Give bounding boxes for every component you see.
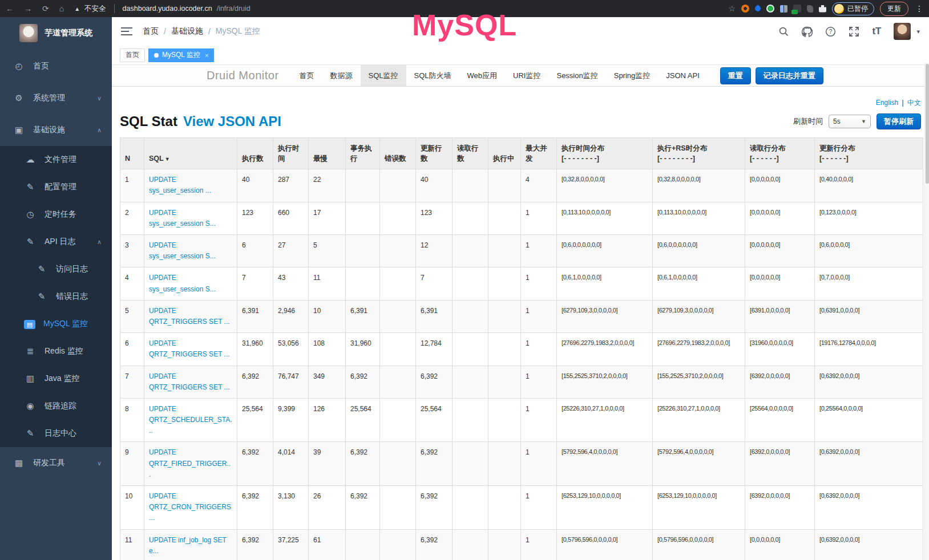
sidebar-item-mysql-monitor[interactable]: ▤MySQL 监控 xyxy=(0,310,112,338)
page-scrollbar[interactable] xyxy=(924,63,929,560)
sql-link[interactable]: UPDATE sys_user_session S... xyxy=(149,274,216,293)
col-header-error-count[interactable]: 错误数 xyxy=(380,138,416,169)
sidebar-item-api-log[interactable]: ✎API 日志∧ xyxy=(0,228,112,255)
col-header-slowest[interactable]: 最慢 xyxy=(309,138,346,169)
col-header-n[interactable]: N xyxy=(120,138,144,169)
sql-link[interactable]: UPDATE sys_user_session ... xyxy=(149,176,211,194)
bookmark-star-icon[interactable]: ☆ xyxy=(728,4,736,13)
sidebar-item-file-manage[interactable]: ☁文件管理 xyxy=(0,146,112,173)
col-header-exec-count[interactable]: 执行数 xyxy=(237,138,273,169)
sql-link[interactable]: UPDATE QRTZ_TRIGGERS SET ... xyxy=(149,372,230,391)
sidebar-item-infrastructure[interactable]: ▣基础设施∧ xyxy=(0,114,112,146)
col-header-read-rows[interactable]: 读取行数 xyxy=(453,138,488,169)
druid-tab-Spring监控[interactable]: Spring监控 xyxy=(606,65,659,86)
extension-icon[interactable] xyxy=(780,5,787,13)
col-header-tx-exec[interactable]: 事务执行 xyxy=(346,138,380,169)
druid-tab-URI监控[interactable]: URI监控 xyxy=(505,65,548,86)
font-size-icon[interactable]: tT xyxy=(872,26,881,37)
github-icon[interactable] xyxy=(801,26,813,37)
fullscreen-icon[interactable] xyxy=(849,26,859,37)
breadcrumb-item[interactable]: 基础设施 xyxy=(171,26,203,36)
address-bar[interactable]: ▲ 不安全 dashboard.yudao.iocoder.cn/infra/d… xyxy=(74,4,728,14)
lang-english-link[interactable]: English xyxy=(876,99,898,107)
tag-item[interactable]: 首页 xyxy=(120,48,145,62)
scrollbar-thumb[interactable] xyxy=(926,64,929,184)
col-header-exec-time[interactable]: 执行时间 xyxy=(273,138,309,169)
druid-tab-Web应用[interactable]: Web应用 xyxy=(459,65,506,86)
col-header-executing[interactable]: 执行中 xyxy=(488,138,521,169)
sidebar-item-log-center[interactable]: ✎日志中心 xyxy=(0,420,112,447)
sql-link[interactable]: UPDATE QRTZ_FIRED_TRIGGER... xyxy=(149,448,231,478)
sidebar-item-home[interactable]: ◴首页 xyxy=(0,50,112,82)
browser-reload-icon[interactable]: ⟳ xyxy=(42,4,49,13)
avatar-dropdown-caret-icon[interactable]: ▾ xyxy=(916,28,920,35)
col-header-exec-rs-time-dist[interactable]: 执行+RS时分布[- - - - - - - -] xyxy=(653,138,745,169)
breadcrumb-item[interactable]: 首页 xyxy=(143,26,159,36)
log-and-reset-button[interactable]: 记录日志并重置 xyxy=(756,67,823,84)
druid-tab-JSON API[interactable]: JSON API xyxy=(658,65,708,86)
tag-close-icon[interactable]: × xyxy=(205,52,208,59)
col-header-max-concurrent[interactable]: 最大并发 xyxy=(521,138,557,169)
col-header-read-rows-dist[interactable]: 读取行分布[- - - - - -] xyxy=(745,138,815,169)
sidebar-item-config-manage[interactable]: ✎配置管理 xyxy=(0,173,112,201)
sidebar-item-system-manage[interactable]: ⚙系统管理∨ xyxy=(0,82,112,114)
sql-link[interactable]: UPDATE QRTZ_CRON_TRIGGERS... xyxy=(149,492,231,522)
cell-update-rows: 25,564 xyxy=(416,398,453,442)
user-avatar[interactable] xyxy=(894,23,911,40)
browser-menu-icon[interactable]: ⋮ xyxy=(915,4,923,13)
app-logo-row[interactable]: 芋道管理系统 xyxy=(0,17,112,49)
sidebar-item-label: 定时任务 xyxy=(45,209,76,220)
cell-read-rows-dist: [6391,0,0,0,0,0] xyxy=(745,300,815,332)
browser-update-button[interactable]: 更新 xyxy=(880,2,908,16)
pause-refresh-button[interactable]: 暂停刷新 xyxy=(877,113,921,129)
sql-link[interactable]: UPDATE sys_user_session S... xyxy=(149,241,216,260)
col-header-update-rows-dist[interactable]: 更新行分布[- - - - - -] xyxy=(815,138,923,169)
browser-back-icon[interactable]: ← xyxy=(6,4,14,13)
extension-icon[interactable] xyxy=(741,5,749,13)
sidebar-item-trace[interactable]: ◉链路追踪 xyxy=(0,392,112,420)
cell-max-concurrent: 4 xyxy=(521,169,557,202)
sidebar-item-devtools[interactable]: ▦研发工具∨ xyxy=(0,447,112,479)
help-icon[interactable]: ? xyxy=(825,26,836,37)
browser-profile-chip[interactable]: 已暂停 xyxy=(832,2,874,15)
sql-link[interactable]: UPDATE sys_user_session S... xyxy=(149,209,216,228)
col-header-sql[interactable]: SQL▼ xyxy=(144,138,237,169)
cell-exec-rs-time-dist: [25226,310,27,1,0,0,0,0] xyxy=(653,398,745,442)
sidebar-item-java-monitor[interactable]: ▥Java 监控 xyxy=(0,365,112,392)
tag-active[interactable]: MySQL 监控× xyxy=(148,48,214,62)
druid-tab-Session监控[interactable]: Session监控 xyxy=(548,65,605,86)
druid-tab-SQL监控[interactable]: SQL监控 xyxy=(361,65,406,86)
browser-forward-icon[interactable]: → xyxy=(24,4,32,13)
sidebar-item-access-log[interactable]: ✎访问日志 xyxy=(0,255,112,283)
druid-tab-SQL防火墙[interactable]: SQL防火墙 xyxy=(406,65,459,86)
druid-tab-首页[interactable]: 首页 xyxy=(292,65,322,86)
lang-chinese-link[interactable]: 中文 xyxy=(907,99,921,107)
sql-link[interactable]: UPDATE QRTZ_TRIGGERS SET ... xyxy=(149,339,230,358)
cell-read-rows xyxy=(453,169,488,202)
search-icon[interactable] xyxy=(778,26,789,36)
cell-read-rows-dist: [0,0,0,0,0,0] xyxy=(745,169,815,202)
sql-link[interactable]: UPDATE QRTZ_TRIGGERS SET ... xyxy=(149,307,230,326)
refresh-interval-select[interactable]: 5s ▼ xyxy=(829,115,871,128)
sidebar-item-scheduled-task[interactable]: ◷定时任务 xyxy=(0,201,112,228)
chevron-up-icon: ∧ xyxy=(97,127,102,134)
sidebar-item-error-log[interactable]: ✎错误日志 xyxy=(0,283,112,310)
browser-home-icon[interactable]: ⌂ xyxy=(59,4,64,13)
sql-link[interactable]: UPDATE QRTZ_SCHEDULER_STA... xyxy=(149,405,232,435)
sql-link[interactable]: UPDATE inf_job_log SET e... xyxy=(149,536,227,555)
extension-icon[interactable] xyxy=(754,5,762,13)
reset-button[interactable]: 重置 xyxy=(720,67,751,84)
druid-tab-数据源[interactable]: 数据源 xyxy=(322,65,361,86)
hamburger-icon[interactable] xyxy=(121,27,132,35)
cell-read-rows-dist: [25564,0,0,0,0,0] xyxy=(745,398,815,442)
view-json-api-link[interactable]: View JSON API xyxy=(183,113,281,129)
col-header-exec-time-dist[interactable]: 执行时间分布[- - - - - - - -] xyxy=(557,138,653,169)
cell-executing xyxy=(488,235,521,267)
extension-icon[interactable] xyxy=(793,5,801,13)
sidebar-item-redis-monitor[interactable]: ≣Redis 监控 xyxy=(0,338,112,365)
extension-icon[interactable] xyxy=(807,5,813,13)
extensions-puzzle-icon[interactable] xyxy=(819,5,826,13)
extension-icon[interactable] xyxy=(766,5,774,13)
cell-read-rows-dist: [6392,0,0,0,0,0] xyxy=(745,486,815,530)
col-header-update-rows[interactable]: 更新行数 xyxy=(416,138,453,169)
